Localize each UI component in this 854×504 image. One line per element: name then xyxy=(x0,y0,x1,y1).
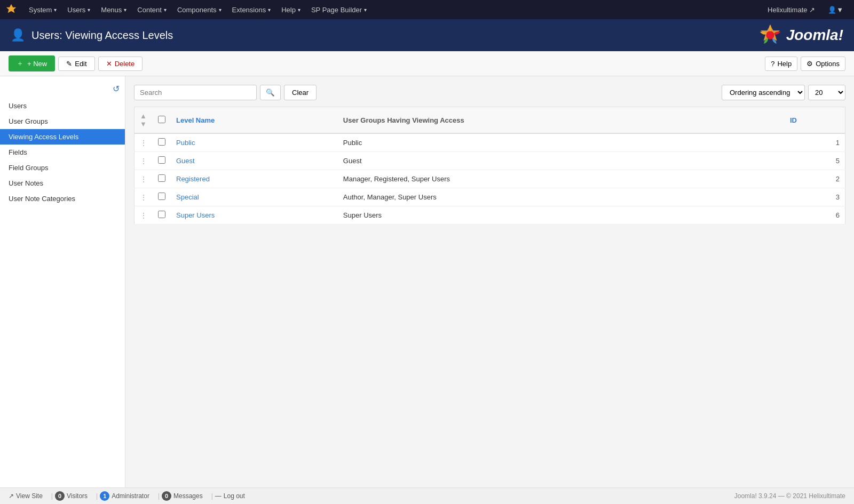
gear-icon: ⚙ xyxy=(806,60,813,68)
cell-id: 3 xyxy=(785,188,845,206)
page-title: Users: Viewing Access Levels xyxy=(31,29,757,42)
help-icon: ? xyxy=(771,60,774,68)
level-name-link[interactable]: Super Users xyxy=(176,211,215,219)
cell-user-groups: Manager, Registered, Super Users xyxy=(338,170,785,188)
drag-handle[interactable]: ⋮ xyxy=(135,152,153,170)
footer-messages: 0 Messages xyxy=(162,491,209,501)
messages-badge: 0 xyxy=(162,491,171,501)
level-name-link[interactable]: Public xyxy=(176,139,195,147)
row-checkbox[interactable] xyxy=(158,211,165,218)
data-table: ▲ ▼ Level Name User Groups Having Viewin… xyxy=(134,107,845,225)
level-name-link[interactable]: Special xyxy=(176,193,199,201)
drag-handle[interactable]: ⋮ xyxy=(135,133,153,152)
sidebar-item-users[interactable]: Users xyxy=(0,98,125,114)
sidebar-collapse-button[interactable]: ↺ xyxy=(113,84,120,94)
search-icon: 🔍 xyxy=(266,89,275,97)
sidebar-item-user-groups[interactable]: User Groups xyxy=(0,114,125,129)
help-button[interactable]: ? Help xyxy=(765,57,797,71)
cell-user-groups: Super Users xyxy=(338,206,785,225)
row-checkbox[interactable] xyxy=(158,138,165,146)
logout-icon: — xyxy=(215,492,222,500)
search-button[interactable]: 🔍 xyxy=(260,85,281,100)
row-checkbox-cell xyxy=(153,152,171,170)
nav-content[interactable]: Content▾ xyxy=(132,0,172,19)
footer-administrator: 1 Administrator xyxy=(100,491,156,501)
row-checkbox-cell xyxy=(153,206,171,225)
row-checkbox[interactable] xyxy=(158,193,165,200)
edit-button[interactable]: ✎ Edit xyxy=(58,57,94,71)
th-checkbox xyxy=(153,107,171,134)
th-level-name[interactable]: Level Name xyxy=(171,107,338,134)
row-checkbox[interactable] xyxy=(158,174,165,182)
sidebar-item-fields[interactable]: Fields xyxy=(0,145,125,160)
sidebar-item-user-note-categories[interactable]: User Note Categories xyxy=(0,191,125,206)
nav-users[interactable]: Users▾ xyxy=(62,0,96,19)
level-name-link[interactable]: Guest xyxy=(176,157,195,165)
cell-id: 5 xyxy=(785,152,845,170)
footer-view-site[interactable]: ↗ View Site xyxy=(9,492,49,500)
id-sort-link[interactable]: ID xyxy=(790,116,797,124)
cell-level-name: Super Users xyxy=(171,206,338,225)
table-row: ⋮ Registered Manager, Registered, Super … xyxy=(135,170,845,188)
filter-bar: 🔍 Clear Ordering ascending 20 xyxy=(134,85,845,100)
nav-components[interactable]: Components▾ xyxy=(172,0,227,19)
table-row: ⋮ Guest Guest 5 xyxy=(135,152,845,170)
per-page-select[interactable]: 20 xyxy=(808,85,845,100)
plus-icon: ＋ xyxy=(17,59,23,68)
clear-button[interactable]: Clear xyxy=(284,85,317,100)
cell-id: 2 xyxy=(785,170,845,188)
delete-icon: ✕ xyxy=(106,60,112,68)
row-checkbox-cell xyxy=(153,188,171,206)
drag-handle[interactable]: ⋮ xyxy=(135,206,153,225)
main-layout: ↺ Users User Groups Viewing Access Level… xyxy=(0,76,854,487)
nav-help[interactable]: Help▾ xyxy=(276,0,306,19)
cell-level-name: Registered xyxy=(171,170,338,188)
joomla-brand: Joomla! xyxy=(757,22,843,48)
nav-sp-page-builder[interactable]: SP Page Builder▾ xyxy=(306,0,372,19)
sidebar-item-viewing-access-levels[interactable]: Viewing Access Levels xyxy=(0,129,125,145)
brand-text: Joomla! xyxy=(786,27,843,44)
cell-user-groups: Guest xyxy=(338,152,785,170)
ordering-select[interactable]: Ordering ascending xyxy=(722,85,805,100)
cell-user-groups: Public xyxy=(338,133,785,152)
nav-helixultimate[interactable]: Helixultimate ↗ xyxy=(762,0,820,19)
user-icon: 👤 xyxy=(828,6,836,14)
delete-button[interactable]: ✕ Delete xyxy=(98,57,143,71)
level-name-link[interactable]: Registered xyxy=(176,175,210,183)
select-all-checkbox[interactable] xyxy=(158,116,165,123)
row-checkbox-cell xyxy=(153,133,171,152)
table-row: ⋮ Public Public 1 xyxy=(135,133,845,152)
user-header-icon: 👤 xyxy=(11,28,25,42)
table-row: ⋮ Special Author, Manager, Super Users 3 xyxy=(135,188,845,206)
footer-logout[interactable]: — Log out xyxy=(215,492,251,500)
drag-handle[interactable]: ⋮ xyxy=(135,170,153,188)
nav-menus[interactable]: Menus▾ xyxy=(96,0,132,19)
th-id[interactable]: ID xyxy=(785,107,845,134)
table-row: ⋮ Super Users Super Users 6 xyxy=(135,206,845,225)
nav-user-menu[interactable]: 👤 ▼ xyxy=(823,0,849,19)
nav-extensions[interactable]: Extensions▾ xyxy=(227,0,276,19)
level-name-sort-link[interactable]: Level Name xyxy=(176,116,215,124)
search-input[interactable] xyxy=(134,85,257,100)
joomla-nav-logo[interactable] xyxy=(5,3,17,17)
options-button[interactable]: ⚙ Options xyxy=(801,57,845,71)
sidebar-item-user-notes[interactable]: User Notes xyxy=(0,175,125,191)
content-area: 🔍 Clear Ordering ascending 20 ▲ xyxy=(125,76,854,487)
sidebar: ↺ Users User Groups Viewing Access Level… xyxy=(0,76,125,487)
nav-system[interactable]: System▾ xyxy=(23,0,62,19)
cell-id: 1 xyxy=(785,133,845,152)
top-navigation: System▾ Users▾ Menus▾ Content▾ Component… xyxy=(0,0,854,19)
nav-system-caret: ▾ xyxy=(54,7,57,13)
sidebar-toggle-area: ↺ xyxy=(0,82,125,98)
sort-down-icon[interactable]: ▼ xyxy=(140,120,147,128)
row-checkbox[interactable] xyxy=(158,156,165,164)
toolbar: ＋ + New ✎ Edit ✕ Delete ? Help ⚙ Options xyxy=(0,51,854,76)
sidebar-item-field-groups[interactable]: Field Groups xyxy=(0,160,125,175)
new-button[interactable]: ＋ + New xyxy=(9,55,55,71)
edit-icon: ✎ xyxy=(66,60,72,68)
svg-point-1 xyxy=(766,31,774,39)
drag-handle[interactable]: ⋮ xyxy=(135,188,153,206)
th-user-groups: User Groups Having Viewing Access xyxy=(338,107,785,134)
sort-up-icon[interactable]: ▲ xyxy=(140,112,147,120)
page-footer: ↗ View Site | 0 Visitors | 1 Administrat… xyxy=(0,487,854,504)
